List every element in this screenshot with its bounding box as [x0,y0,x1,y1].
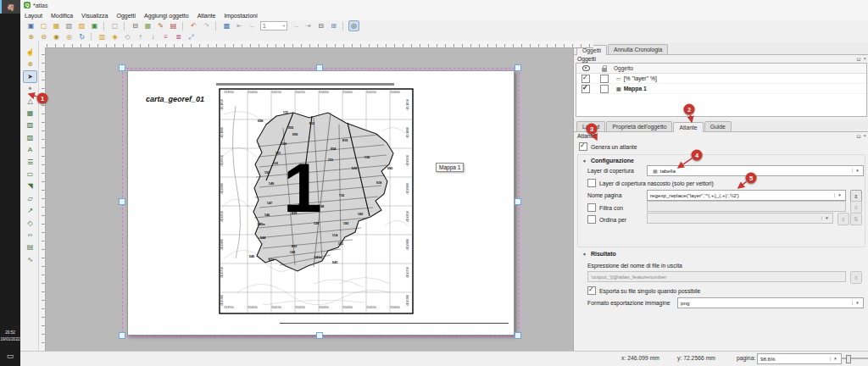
dock-float-icon[interactable]: ⊡ [856,56,860,62]
print-atlas-button[interactable]: ⊟ [315,20,326,31]
undo-button[interactable]: ↶ [188,20,199,31]
atlas-previous-button[interactable]: ← [247,20,258,31]
tray-volume-icon[interactable]: ◁ [3,0,18,14]
zoom-slider[interactable] [841,358,868,359]
dock-float-icon[interactable]: ⊡ [856,133,860,139]
add-north-arrow-tool[interactable]: ◥ [23,180,37,192]
selection-handle-se[interactable] [515,332,521,339]
items-dock: OggettiAnnulla Cronologia Oggetti ⊡ × Og… [574,41,868,119]
item-visibility-checkbox[interactable] [581,85,590,93]
dock-tab[interactable]: Guide [704,121,732,131]
add-chart-tool[interactable]: ∿ [23,253,37,266]
generate-atlas-checkbox[interactable]: Genera un atlante [579,142,637,151]
zoom-tool[interactable]: ⊕ [23,58,37,70]
add-map-tool[interactable]: ▦ [23,107,37,119]
move-item-content-tool[interactable]: ⌖ [23,82,37,95]
export-image-button[interactable]: ▦ [142,20,153,31]
add-3d-map-tool[interactable]: ▧ [23,119,37,131]
pan-tool[interactable]: ☝ [23,46,37,58]
item-label: Mappa 1 [624,86,647,92]
page-name-label: Nome pagina [587,192,621,198]
export-svg-button[interactable]: ✎ [155,20,166,31]
sort-expression-combobox[interactable]: ▼ [647,213,833,224]
taskbar-clock: 20:52 [0,330,20,335]
output-filename-field[interactable]: 'output_'||@atlas_featurenumber [587,271,846,282]
selection-handle-e[interactable] [515,198,521,205]
spinbox-arrow-icon[interactable]: ▾ [283,24,285,28]
save-as-button[interactable]: ▣ [89,20,100,31]
add-label-tool[interactable]: A [23,143,37,156]
new-layout-button[interactable]: ▢ [38,20,49,31]
result-section-header[interactable]: ▼ Risultato [582,251,616,257]
print-button[interactable]: ⊟ [130,20,141,31]
atlas-feature-spinbox[interactable]: 1 ▾ [260,21,287,30]
selection-rectangle [122,68,520,337]
add-node-item-tool[interactable]: ◇ [23,217,37,230]
item-lock-checkbox[interactable] [600,85,609,93]
dock-tab[interactable]: Layout [576,121,605,131]
add-legend-tool[interactable]: ☰ [23,156,37,169]
edit-nodes-tool[interactable]: △ [23,95,37,108]
expression-builder-button[interactable]: ε [837,213,849,225]
dock-tab[interactable]: Proprietà dell'oggetto [606,121,672,131]
hidden-coverage-checkbox[interactable]: Layer di copertura nascosto (solo per ve… [587,179,714,187]
atlas-first-button[interactable]: ⇤ [234,20,245,31]
atlas-next-button[interactable]: → [290,20,301,31]
save-button[interactable]: ▣ [25,20,36,31]
selection-handle-s[interactable] [316,332,323,339]
select-move-item-tool[interactable]: ➤ [23,70,37,83]
zoom-level-combobox[interactable]: 98.6% ▼ [757,353,842,364]
add-arrow-tool[interactable]: ↗ [23,204,37,217]
selection-handle-sw[interactable] [119,332,125,339]
dock-close-icon[interactable]: × [863,133,866,139]
image-export-format-combobox[interactable]: png ▼ [677,297,864,308]
sort-by-checkbox[interactable]: Ordina per [587,215,626,224]
redo-button[interactable]: ↷ [201,20,212,31]
chevron-down-icon: ▼ [852,169,860,173]
item-visibility-checkbox[interactable] [581,75,590,83]
layout-manager-button[interactable]: ▧ [64,20,75,31]
expression-builder-button[interactable]: ε [850,271,862,284]
add-shape-tool[interactable]: ▱ [23,192,37,205]
expression-builder-button[interactable]: ε [850,201,862,214]
single-file-export-checkbox[interactable]: Esporta su file singolo quando possibile [587,286,700,295]
duplicate-layout-button[interactable]: ▦ [51,20,62,31]
menu-item[interactable]: Layout [20,13,47,19]
add-picture-tool[interactable]: ▨ [23,131,37,144]
item-row[interactable]: ▭ [% "layer" %] [576,74,866,84]
menu-item[interactable]: Oggetti [113,13,141,19]
selection-handle-nw[interactable] [119,64,125,71]
selection-handle-n[interactable] [316,64,323,71]
menu-item[interactable]: Atlante [193,13,220,19]
dock-close-icon[interactable]: × [863,56,866,62]
atlas-preview-button[interactable]: ▩ [221,20,232,31]
selection-handle-ne[interactable] [515,64,521,71]
configuration-section-header[interactable]: ▼ Configurazione [582,158,634,164]
item-lock-checkbox[interactable] [600,75,609,83]
menu-item[interactable]: Aggiungi oggetto [140,13,193,19]
notification-center-icon[interactable]: ▭ [3,349,18,363]
open-button[interactable]: ▨ [76,20,87,31]
filter-expression-field[interactable] [647,201,846,212]
visibility-column-icon [582,65,590,71]
page-name-expression-combobox[interactable]: regexp_replace("layer",'^(.+)_(.+)','\\2… [647,190,846,201]
dock-tab[interactable]: Annulla Cronologia [608,44,668,54]
menu-item[interactable]: Visualizza [77,13,112,19]
add-attribute-table-tool[interactable]: ▤ [23,241,37,253]
lock-column-icon [602,68,607,72]
menu-item[interactable]: Impostazioni [220,13,261,19]
sort-order-button[interactable]: ⇅ [850,213,862,225]
selection-handle-w[interactable] [119,198,125,205]
add-html-tool[interactable]: ‹› [23,229,37,241]
zoom-slider-handle[interactable] [846,355,851,363]
atlas-settings-button[interactable]: ◎ [348,20,359,31]
filter-with-checkbox[interactable]: Filtra con [587,203,623,212]
export-atlas-button[interactable]: ⊞ [328,20,339,31]
item-row[interactable]: ▦ Mappa 1 [576,84,866,94]
coverage-layer-combobox[interactable]: ▦ tabella ▼ [647,165,864,176]
export-pdf-button[interactable]: ▤ [168,20,179,31]
menu-item[interactable]: Modifica [47,13,77,19]
atlas-last-button[interactable]: ⇥ [303,20,314,31]
add-scalebar-tool[interactable]: ▭ [23,168,37,180]
new-page-button[interactable]: ▢ [109,20,120,31]
